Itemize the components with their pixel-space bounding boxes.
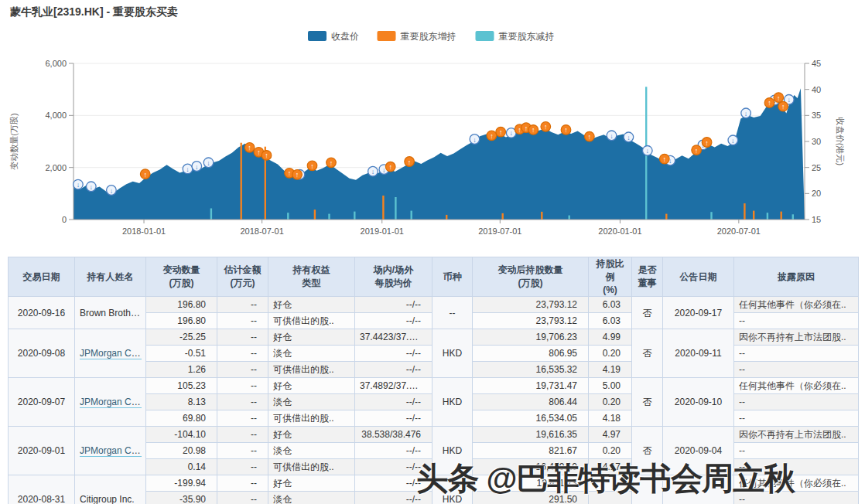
svg-text:2020-07-01: 2020-07-01 (717, 226, 761, 236)
volume-bar (411, 211, 412, 220)
increase-marker: ↑ (774, 93, 784, 103)
table-row: 2020-09-16Brown Brothe..196.80--好仓--/---… (9, 297, 859, 313)
holder-link[interactable]: JPMorgan Ch.. (80, 348, 142, 359)
after-qty-cell: 806.95 (473, 346, 589, 362)
disclosure-reason-cell: -- (734, 394, 859, 410)
avg-price-cell: --/-- (355, 394, 432, 410)
avg-price-cell: --/-- (355, 362, 432, 378)
svg-text:↑: ↑ (248, 144, 251, 152)
svg-text:↑: ↑ (588, 133, 592, 141)
avg-price-cell: 38.538/38.476 (355, 427, 432, 443)
svg-text:↓: ↓ (110, 187, 114, 195)
change-qty-cell: 1.26 (146, 362, 217, 378)
svg-text:25: 25 (812, 163, 821, 172)
volume-bar (781, 212, 782, 220)
svg-text:↓: ↓ (731, 137, 735, 145)
volume-bar (541, 212, 542, 220)
increase-marker: ↑ (528, 125, 538, 135)
est-amount-cell: -- (217, 313, 268, 329)
currency-cell: HKD (432, 378, 473, 427)
est-amount-cell: -- (217, 346, 268, 362)
increase-marker: ↑ (385, 162, 395, 172)
ratio-cell: 6.03 (589, 313, 632, 329)
est-amount-cell: -- (217, 378, 268, 394)
svg-text:↑: ↑ (544, 123, 548, 131)
increase-marker: ↑ (262, 151, 272, 161)
volume-bar (210, 209, 212, 220)
svg-text:↑: ↑ (777, 94, 781, 102)
trade-date-cell: 2020-09-07 (9, 378, 75, 427)
svg-text:0: 0 (62, 215, 67, 224)
volume-bar (354, 212, 355, 220)
table-row: 2020-09-07JPMorgan Ch..105.23--好仓37.4892… (9, 378, 859, 394)
est-amount-cell: -- (217, 475, 268, 492)
disclosure-reason-cell: 任何其他事件（你必须在.. (734, 297, 859, 313)
ratio-cell: 4.99 (589, 329, 632, 346)
ratio-cell: 4.19 (589, 362, 632, 378)
increase-marker: ↑ (541, 122, 551, 132)
change-qty-cell: -104.10 (146, 427, 217, 443)
svg-text:↑: ↑ (296, 171, 299, 179)
svg-text:重要股东减持: 重要股东减持 (499, 31, 555, 42)
change-qty-cell: 105.23 (146, 378, 217, 394)
svg-text:2020-01-01: 2020-01-01 (598, 226, 641, 236)
est-amount-cell: -- (217, 329, 268, 346)
svg-text:变动数量(万股): 变动数量(万股) (9, 113, 19, 169)
ratio-cell: 4.97 (589, 427, 632, 443)
svg-text:20: 20 (812, 189, 821, 198)
est-amount-cell: -- (217, 394, 268, 410)
ratio-cell: 0.20 (589, 346, 632, 362)
table-row: 2020-09-01JPMorgan Ch..-104.10--好仓38.538… (9, 427, 859, 443)
legend-item: 重要股东增持 (378, 31, 456, 42)
after-qty-cell: 16,535.32 (473, 362, 589, 378)
decrease-marker: ↓ (368, 166, 378, 176)
svg-text:↑: ↑ (705, 139, 709, 147)
disclosure-reason-cell: -- (734, 362, 859, 378)
svg-text:2,000: 2,000 (45, 163, 67, 172)
column-header: 持有人姓名 (75, 257, 146, 297)
interest-type-cell: 淡仓 (268, 443, 355, 459)
svg-text:↑: ↑ (310, 162, 314, 170)
holder-link[interactable]: JPMorgan Ch.. (80, 397, 142, 408)
table-row: 2020-09-08JPMorgan Ch..-25.25--好仓37.4423… (9, 329, 859, 346)
svg-text:↓: ↓ (207, 159, 210, 167)
trade-date-cell: 2020-09-16 (9, 297, 75, 329)
column-header: 公告日期 (663, 257, 734, 297)
disclosure-reason-cell: -- (734, 346, 859, 362)
decrease-marker: ↓ (728, 135, 738, 145)
volume-bar (241, 143, 242, 220)
holder-name-cell[interactable]: JPMorgan Ch.. (75, 378, 146, 427)
increase-marker: ↑ (702, 138, 712, 148)
change-qty-cell: 8.13 (146, 394, 217, 410)
decrease-marker: ↓ (643, 146, 653, 156)
avg-price-cell: 37.4892/37.66.. (355, 378, 432, 394)
holder-link[interactable]: JPMorgan Ch.. (80, 445, 142, 457)
svg-text:↑: ↑ (330, 159, 333, 167)
after-qty-cell: 19,706.23 (473, 329, 589, 346)
svg-text:4,000: 4,000 (45, 111, 67, 120)
interest-type-cell: 好仓 (268, 427, 355, 443)
interest-type-cell: 淡仓 (268, 394, 355, 410)
volume-bar (665, 214, 667, 220)
volume-bar (395, 197, 396, 220)
change-qty-cell: -25.25 (146, 329, 217, 346)
ratio-cell: 0.20 (589, 443, 632, 459)
change-qty-cell: -35.90 (146, 492, 217, 504)
svg-text:↑: ↑ (564, 126, 568, 134)
change-qty-cell: -0.51 (146, 346, 217, 362)
svg-text:收盘价(港元): 收盘价(港元) (836, 117, 845, 165)
interest-type-cell: 好仓 (268, 297, 355, 313)
increase-marker: ↑ (496, 127, 506, 137)
decrease-marker: ↓ (470, 135, 480, 145)
shareholder-trading-chart: 6,0004,0002,0000454035302520152018-01-01… (0, 23, 865, 257)
column-header: 变动后持股数量 (万股) (473, 257, 589, 297)
increase-marker: ↑ (292, 170, 303, 180)
decrease-marker: ↓ (74, 179, 84, 189)
svg-text:45: 45 (812, 59, 821, 68)
holder-name-cell[interactable]: JPMorgan Ch.. (75, 329, 146, 378)
holder-name-cell[interactable]: JPMorgan Ch.. (75, 427, 146, 475)
increase-marker: ↑ (244, 143, 255, 153)
interest-type-cell: 淡仓 (268, 346, 355, 362)
after-qty-cell: 19,731.47 (473, 378, 589, 394)
svg-text:2018-07-01: 2018-07-01 (240, 226, 283, 236)
